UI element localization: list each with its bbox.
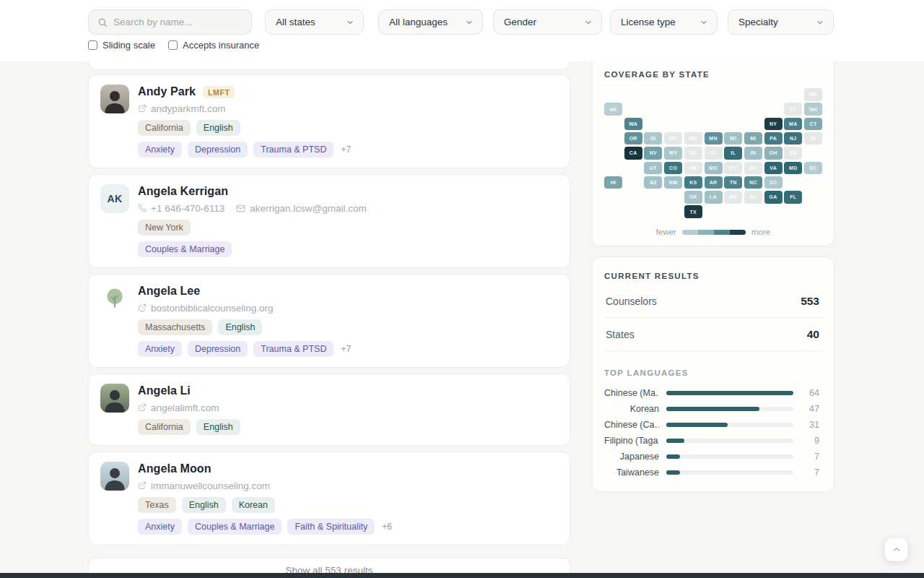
counselor-card[interactable]: Andy ParkLMFTandyparkmft.comCaliforniaEn… [88,74,570,168]
search-input[interactable] [113,17,244,27]
specialty-tag: Anxiety [138,341,182,357]
state-cell-al[interactable]: AL [744,191,762,204]
state-cell-tn[interactable]: TN [724,176,742,189]
state-cell-wi[interactable]: WI [724,132,742,145]
counselor-card[interactable]: Angela Liangelalimft.comCaliforniaEnglis… [88,374,570,446]
language-bar-fill [666,391,793,395]
state-cell-il[interactable]: IL [724,147,742,160]
state-cell-ms[interactable]: MS [724,191,742,204]
state-cell-dc[interactable]: DC [804,162,822,175]
state-cell-wy[interactable]: WY [664,147,682,160]
state-cell-nm[interactable]: NM [664,176,682,189]
counselor-card[interactable]: Angela Leebostonbiblicalcounseling.orgMa… [88,274,570,368]
filter-dropdown-gender[interactable]: Gender [493,9,602,35]
state-cell-sd[interactable]: SD [684,147,702,160]
website-link[interactable]: immanuwellcounseling.com [138,480,270,491]
phone-number[interactable]: +1 646-470-6113 [138,203,225,214]
stat-value: 553 [801,295,819,308]
state-cell-or[interactable]: OR [624,132,642,145]
card-body: Andy ParkLMFTandyparkmft.comCaliforniaEn… [138,85,558,158]
state-cell-ks[interactable]: KS [684,176,702,189]
checkbox-sliding-scale[interactable]: Sliding scale [88,40,155,51]
phone-icon [138,204,147,212]
state-cell-ma[interactable]: MA [784,118,802,131]
person-photo-icon [100,462,129,491]
state-cell-wv[interactable]: WV [744,162,762,175]
state-cell-hi[interactable]: HI [604,176,622,189]
filter-dropdown-all-languages[interactable]: All languages [378,9,483,35]
state-cell-az[interactable]: AZ [644,176,662,189]
filter-dropdown-all-states[interactable]: All states [265,9,364,35]
state-cell-mo[interactable]: MO [705,162,723,175]
state-tag: New York [138,220,191,236]
dropdown-label: License type [621,17,676,27]
state-cell-nv[interactable]: NV [644,147,662,160]
state-cell-mt[interactable]: MT [664,132,682,145]
state-cell-nj[interactable]: NJ [784,132,802,145]
counselor-card[interactable]: Angela Moonimmanuwellcounseling.comTexas… [88,452,570,545]
scroll-to-top-button[interactable] [884,538,908,561]
state-cell-nc[interactable]: NC [744,176,762,189]
state-cell-ga[interactable]: GA [764,191,783,204]
state-cell-ar[interactable]: AR [705,176,723,189]
external-link-icon [138,303,147,312]
language-value: 9 [801,436,819,446]
state-cell-la[interactable]: LA [705,191,723,204]
checkbox-label: Sliding scale [103,40,155,51]
state-cell-ky[interactable]: KY [724,162,742,175]
state-cell-pa[interactable]: PA [764,132,783,145]
dropdown-label: Gender [504,17,536,27]
specialty-tag: Couples & Marriage [138,241,232,257]
state-cell-ct[interactable]: CT [804,118,822,131]
state-cell-ok[interactable]: OK [684,191,702,204]
state-cell-co[interactable]: CO [664,162,682,175]
state-cell-nd[interactable]: ND [684,132,702,145]
language-bar-track [666,470,793,475]
state-cell-mn[interactable]: MN [705,132,723,145]
checkbox-accepts-insurance[interactable]: Accepts insurance [168,40,259,51]
email-address[interactable]: akerrigan.lcsw@gmail.com [236,203,367,214]
language-tag: English [196,419,240,435]
filter-dropdown-license-type[interactable]: License type [610,9,718,35]
specialty-tags: AnxietyDepressionTrauma & PTSD+7 [138,341,558,357]
state-cell-ia[interactable]: IA [705,147,723,160]
state-cell-ut[interactable]: UT [644,162,662,175]
search-box[interactable] [88,9,252,35]
top-languages-title: TOP LANGUAGES [593,354,834,377]
state-cell-va[interactable]: VA [764,162,783,175]
contact-text: immanuwellcounseling.com [151,480,270,491]
language-bar-fill [666,454,680,459]
state-cell-ak[interactable]: AK [604,103,622,116]
filter-dropdown-specialty[interactable]: Specialty [728,9,834,35]
state-cell-wa[interactable]: WA [624,118,642,131]
state-cell-in[interactable]: IN [744,147,762,160]
state-cell-ny[interactable]: NY [764,118,783,131]
website-link[interactable]: bostonbiblicalcounseling.org [138,303,274,314]
counselor-card[interactable]: AKAngela Kerrigan+1 646-470-6113akerriga… [88,174,570,268]
state-cell-md[interactable]: MD [784,162,802,175]
more-specialties-count: +7 [341,344,351,354]
counselor-name: Angela Kerrigan [138,185,228,198]
language-label: Chinese (Ma… [604,388,659,398]
checkbox-box[interactable] [88,40,97,50]
website-link[interactable]: andyparkmft.com [138,103,226,114]
state-cell-fl[interactable]: FL [784,191,802,204]
state-cell-nh[interactable]: NH [804,103,822,116]
stat-row: Counselors553 [604,285,822,318]
website-link[interactable]: angelalimft.com [138,402,219,413]
state-cell-mi[interactable]: MI [744,132,762,145]
language-value: 64 [801,388,819,398]
state-cell-id[interactable]: ID [644,132,662,145]
state-cell-oh[interactable]: OH [764,147,783,160]
state-cell-vt[interactable]: VT [784,103,802,116]
card-body: Angela Moonimmanuwellcounseling.comTexas… [138,462,558,535]
state-cell-ca[interactable]: CA [624,147,642,160]
filter-header: All statesAll languagesGenderLicense typ… [0,0,924,61]
state-cell-sc[interactable]: SC [764,176,783,189]
state-cell-de[interactable]: DE [784,147,802,160]
state-cell-ri[interactable]: RI [804,132,822,145]
state-cell-ne[interactable]: NE [684,162,702,175]
state-cell-tx[interactable]: TX [684,205,702,218]
state-cell-me[interactable]: ME [804,88,822,101]
checkbox-box[interactable] [168,40,178,50]
